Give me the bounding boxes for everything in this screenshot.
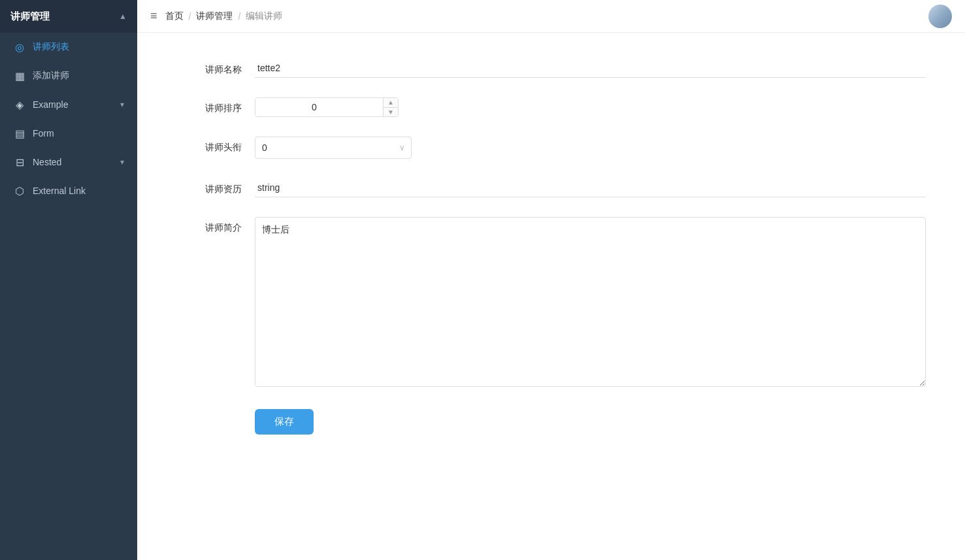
name-input[interactable] [255,59,926,78]
external-link-icon: ⬡ [13,184,26,197]
instructor-list-icon: ◎ [13,41,26,54]
sidebar-item-form[interactable]: ▤ Form [0,119,137,148]
name-label: 讲师名称 [176,59,242,76]
breadcrumb: 首页 / 讲师管理 / 编辑讲师 [165,10,283,22]
form-icon: ▤ [13,127,26,140]
chevron-down-icon: ▾ [120,100,124,109]
sidebar-item-label: 添加讲师 [33,70,124,82]
form-row-title: 讲师头衔 0 初级 中级 高级 ∨ [176,137,926,159]
add-instructor-icon: ▦ [13,69,26,82]
number-input-wrapper: ▲ ▼ [255,97,399,117]
breadcrumb-home[interactable]: 首页 [165,10,184,22]
resume-control [255,178,926,197]
sidebar-item-add-instructor[interactable]: ▦ 添加讲师 [0,61,137,90]
form-row-save: 保存 [176,409,926,435]
topbar: ≡ 首页 / 讲师管理 / 编辑讲师 [137,0,965,33]
sidebar-item-example[interactable]: ◈ Example ▾ [0,90,137,119]
sidebar-item-instructor-list[interactable]: ◎ 讲师列表 [0,33,137,61]
title-control: 0 初级 中级 高级 ∨ [255,137,926,159]
avatar[interactable] [928,5,952,28]
form-row-order: 讲师排序 ▲ ▼ [176,97,926,117]
sidebar-item-label: Example [33,99,120,110]
sidebar-header[interactable]: 讲师管理 ▲ [0,0,137,33]
sidebar-item-label: 讲师列表 [33,41,124,53]
resume-label: 讲师资历 [176,178,242,195]
order-label: 讲师排序 [176,97,242,114]
form-row-resume: 讲师资历 [176,178,926,197]
menu-icon[interactable]: ≡ [150,9,157,23]
breadcrumb-separator: / [238,11,240,22]
sidebar: 讲师管理 ▲ ◎ 讲师列表 ▦ 添加讲师 ◈ Example ▾ ▤ Form … [0,0,137,560]
save-button-wrapper: 保存 [255,409,314,435]
title-select[interactable]: 0 初级 中级 高级 [255,137,412,159]
name-control [255,59,926,78]
sidebar-title: 讲师管理 [10,10,50,23]
intro-control [255,217,926,389]
save-button[interactable]: 保存 [255,409,314,435]
intro-label: 讲师简介 [176,217,242,234]
nested-icon: ⊟ [13,156,26,169]
breadcrumb-separator: / [189,11,191,22]
title-label: 讲师头衔 [176,137,242,154]
sidebar-item-nested[interactable]: ⊟ Nested ▾ [0,148,137,176]
main-area: ≡ 首页 / 讲师管理 / 编辑讲师 讲师名称 讲师排序 [137,0,965,560]
order-input[interactable] [255,98,383,116]
breadcrumb-current: 编辑讲师 [246,10,282,22]
breadcrumb-instructor-mgmt[interactable]: 讲师管理 [196,10,233,22]
order-control: ▲ ▼ [255,97,926,117]
avatar-image [928,5,952,28]
content-area: 讲师名称 讲师排序 ▲ ▼ 讲师头衔 [137,33,965,560]
example-icon: ◈ [13,98,26,111]
form-row-name: 讲师名称 [176,59,926,78]
resume-input[interactable] [255,178,926,197]
spinner-up-button[interactable]: ▲ [384,98,398,108]
sidebar-item-label: Nested [33,157,120,167]
sidebar-item-external-link[interactable]: ⬡ External Link [0,176,137,205]
spinner-down-button[interactable]: ▼ [384,108,398,117]
chevron-down-icon: ▾ [120,157,124,167]
sidebar-collapse-icon[interactable]: ▲ [119,12,127,21]
select-wrapper: 0 初级 中级 高级 ∨ [255,137,412,159]
spinner-buttons: ▲ ▼ [383,98,398,116]
intro-textarea[interactable] [255,217,926,387]
sidebar-item-label: Form [33,128,124,139]
form-row-intro: 讲师简介 [176,217,926,389]
sidebar-item-label: External Link [33,186,124,196]
